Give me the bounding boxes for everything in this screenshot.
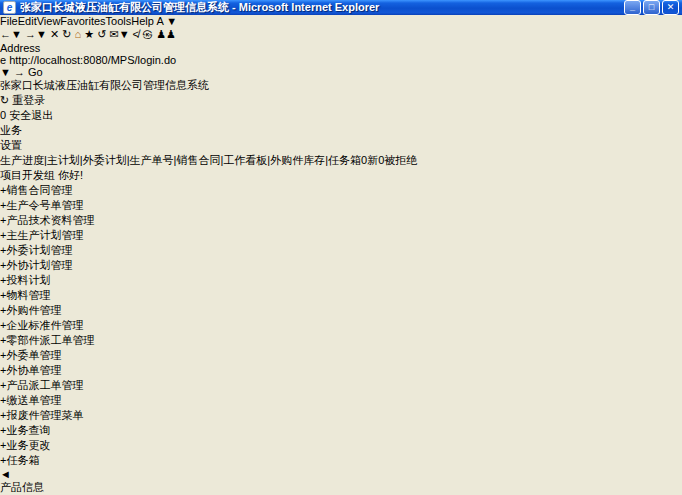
nav-item[interactable]: 外委计划 xyxy=(83,154,127,166)
mail-button[interactable]: ✉▼ xyxy=(109,28,129,40)
sidebar-item-label: 任务箱 xyxy=(6,454,39,466)
menu-view[interactable]: View xyxy=(37,15,61,27)
sidebar-item[interactable]: +零部件派工单管理 xyxy=(0,333,682,348)
sidebar-item[interactable]: +主生产计划管理 xyxy=(0,228,682,243)
nav-item[interactable]: 外购件库存 xyxy=(270,154,325,166)
nav-item[interactable]: 工作看板 xyxy=(223,154,267,166)
download-tool-button[interactable]: ≮ xyxy=(133,28,139,40)
app-header: 张家口长城液压油缸有限公司管理信息系统 ↻ 重登录 0 安全退出 xyxy=(0,78,682,123)
sidebar-item-label: 物料管理 xyxy=(6,289,50,301)
ie-toolbar: ←▼ →▼ ✕ ↻ ⌂ ★ ↺ ✉▼ ≮ ㉿ ♟♟ xyxy=(0,27,682,42)
menu-edit[interactable]: Edit xyxy=(18,15,37,27)
nav-item[interactable]: 生产进度 xyxy=(0,154,44,166)
back-button[interactable]: ←▼ xyxy=(0,28,22,40)
sidebar-item-label: 业务更改 xyxy=(6,439,50,451)
sidebar-item-label: 外委单管理 xyxy=(6,349,61,361)
rejected-tasks-badge: 0被拒绝 xyxy=(378,154,417,166)
menu-tools[interactable]: Tools xyxy=(106,15,132,27)
refresh-button[interactable]: ↻ xyxy=(62,28,71,40)
menu-file[interactable]: File xyxy=(0,15,18,27)
thunder-button[interactable]: ㉿ xyxy=(142,28,153,40)
go-label: Go xyxy=(28,66,43,78)
sidebar-item-label: 零部件派工单管理 xyxy=(6,334,94,346)
back-icon: ← xyxy=(0,28,11,40)
mail-icon: ✉ xyxy=(109,28,118,40)
sidebar-collapse-handle[interactable]: ◄ xyxy=(0,468,682,480)
menu-bar: FileEditViewFavoritesToolsHelp A ▼ xyxy=(0,15,682,27)
go-icon: → xyxy=(14,66,25,78)
sidebar-item-label: 销售合同管理 xyxy=(6,184,72,196)
greeting-text: 项目开发组 你好! xyxy=(0,169,83,181)
favorites-button[interactable]: ★ xyxy=(84,28,94,40)
pdf-icon: A xyxy=(156,15,163,27)
sidebar-item[interactable]: +外委单管理 xyxy=(0,348,682,363)
address-input[interactable]: e http://localhost:8080/MPS/login.do xyxy=(0,54,682,66)
nav-item[interactable]: 主计划 xyxy=(47,154,80,166)
menu-help[interactable]: Help xyxy=(131,15,154,27)
sidebar-item-label: 外委计划管理 xyxy=(6,244,72,256)
chevron-down-icon: ▼ xyxy=(119,28,130,40)
ie-window: e 张家口长城液压油缸有限公司管理信息系统 - Microsoft Intern… xyxy=(0,0,682,495)
sidebar-item-label: 报废件管理菜单 xyxy=(6,409,83,421)
new-tasks-badge: 0新 xyxy=(361,154,378,166)
pdf-toolbar-button[interactable]: A ▼ xyxy=(156,15,177,27)
title-bar: e 张家口长城液压油缸有限公司管理信息系统 - Microsoft Intern… xyxy=(0,0,682,15)
tab-nav-row: 业务设置 生产进度|主计划|外委计划|生产单号|销售合同|工作看板|外购件库存|… xyxy=(0,123,682,168)
forward-button[interactable]: →▼ xyxy=(25,28,47,40)
sidebar-item[interactable]: +缴送单管理 xyxy=(0,393,682,408)
contacts-button[interactable]: ♟♟ xyxy=(156,28,176,40)
chevron-down-icon: ▼ xyxy=(11,28,22,40)
close-button[interactable]: ✕ xyxy=(662,0,679,15)
product-info-section: 产品信息 计划名称系统调整后测试主计划计划开始日期2008-12-25计划结束日… xyxy=(0,480,682,495)
sidebar-item[interactable]: +业务查询 xyxy=(0,423,682,438)
sidebar-item[interactable]: +外协计划管理 xyxy=(0,258,682,273)
address-dropdown[interactable]: ▼ xyxy=(0,66,11,78)
relogin-button[interactable]: ↻ 重登录 xyxy=(0,93,682,108)
sidebar-item[interactable]: +产品派工单管理 xyxy=(0,378,682,393)
go-button[interactable]: → Go xyxy=(14,66,43,78)
sidebar-item[interactable]: +企业标准件管理 xyxy=(0,318,682,333)
sidebar-item[interactable]: +报废件管理菜单 xyxy=(0,408,682,423)
stop-button[interactable]: ✕ xyxy=(50,28,59,40)
sidebar-item-label: 外协计划管理 xyxy=(6,259,72,271)
tab-business[interactable]: 业务 xyxy=(0,123,682,138)
main-panel: 产品信息 计划名称系统调整后测试主计划计划开始日期2008-12-25计划结束日… xyxy=(0,480,682,495)
sidebar-item-label: 投料计划 xyxy=(6,274,50,286)
sidebar-item-label: 外协单管理 xyxy=(6,364,61,376)
sidebar-item[interactable]: +投料计划 xyxy=(0,273,682,288)
sidebar-item[interactable]: +销售合同管理 xyxy=(0,183,682,198)
menu-favorites[interactable]: Favorites xyxy=(60,15,105,27)
maximize-button[interactable]: □ xyxy=(643,0,660,15)
module-nav-bar: 生产进度|主计划|外委计划|生产单号|销售合同|工作看板|外购件库存|任务箱0新… xyxy=(0,153,682,168)
ie-page-icon: e xyxy=(3,1,16,14)
sidebar-item[interactable]: +外协单管理 xyxy=(0,363,682,378)
tab-settings[interactable]: 设置 xyxy=(0,138,682,153)
nav-item[interactable]: 销售合同 xyxy=(176,154,220,166)
history-button[interactable]: ↺ xyxy=(97,28,106,40)
sidebar-item[interactable]: +生产令号单管理 xyxy=(0,198,682,213)
sidebar-item[interactable]: +业务更改 xyxy=(0,438,682,453)
nav-item[interactable]: 生产单号 xyxy=(130,154,174,166)
exit-label: 安全退出 xyxy=(9,109,53,121)
address-url: http://localhost:8080/MPS/login.do xyxy=(9,54,176,66)
tab-zone: 业务设置 xyxy=(0,123,682,153)
content-area: 项目开发组 你好! +销售合同管理+生产令号单管理+产品技术资料管理+主生产计划… xyxy=(0,168,682,495)
user-greeting: 项目开发组 你好! xyxy=(0,168,682,183)
sidebar-item[interactable]: +物料管理 xyxy=(0,288,682,303)
sidebar-item[interactable]: +任务箱 xyxy=(0,453,682,468)
address-bar: Address e http://localhost:8080/MPS/logi… xyxy=(0,42,682,78)
address-label: Address xyxy=(0,42,40,54)
nav-item[interactable]: 任务箱 xyxy=(328,154,361,166)
safe-exit-button[interactable]: 0 安全退出 xyxy=(0,108,682,123)
sidebar-item-label: 企业标准件管理 xyxy=(6,319,83,331)
sidebar-item-label: 缴送单管理 xyxy=(6,394,61,406)
sidebar-item-label: 生产令号单管理 xyxy=(6,199,83,211)
minimize-button[interactable]: _ xyxy=(624,0,641,15)
chevron-down-icon: ▼ xyxy=(36,28,47,40)
product-info-header: 产品信息 xyxy=(0,480,682,495)
sidebar-item[interactable]: +外委计划管理 xyxy=(0,243,682,258)
sidebar-item[interactable]: +产品技术资料管理 xyxy=(0,213,682,228)
sidebar-item[interactable]: +外购件管理 xyxy=(0,303,682,318)
home-button[interactable]: ⌂ xyxy=(74,28,81,40)
page-icon: e xyxy=(0,54,6,66)
